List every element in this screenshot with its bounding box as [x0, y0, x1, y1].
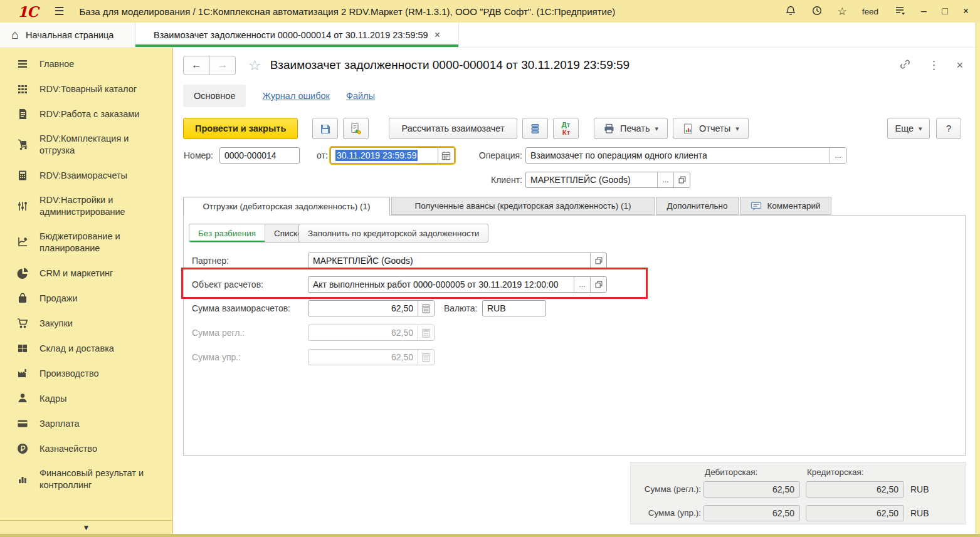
sidebar-item-picking-shipping[interactable]: RDV:Комплектация и отгрузка: [0, 127, 172, 163]
sidebar-item-hr[interactable]: Кадры: [0, 386, 172, 411]
sidebar-item-product-catalog[interactable]: RDV:Товарный каталог: [0, 76, 172, 102]
caret-down-icon: ▾: [655, 125, 659, 133]
toggle-no-split[interactable]: Без разбиения: [189, 224, 265, 242]
history-icon[interactable]: [811, 5, 823, 18]
sidebar-item-main[interactable]: Главное: [0, 51, 172, 76]
ellipsis-icon: ...: [662, 175, 668, 184]
tab-comment[interactable]: Комментарий: [740, 197, 831, 215]
close-window-button[interactable]: ×: [963, 6, 969, 16]
settlement-object-input[interactable]: Акт выполненных работ 0000-000005 от 30.…: [308, 276, 607, 293]
tab-document[interactable]: Взаимозачет задолженности 0000-000014 от…: [135, 23, 459, 47]
more-button[interactable]: Еще ▾: [887, 118, 930, 139]
sum-reg-credit-value: 62,50: [806, 481, 904, 498]
debit-credit-button[interactable]: ДтКт: [553, 118, 579, 139]
sum-mgmt-currency: RUB: [910, 505, 929, 521]
window-frame-right: [976, 23, 980, 537]
sidebar-item-sales[interactable]: Продажи: [0, 286, 172, 311]
sidebar-item-budgeting[interactable]: Бюджетирование и планирование: [0, 224, 172, 261]
ruble-coin-icon: [16, 442, 29, 455]
nav-link-files[interactable]: Файлы: [346, 91, 375, 101]
number-input[interactable]: 0000-000014: [219, 147, 300, 164]
calendar-icon: [441, 150, 451, 161]
tab-close-icon[interactable]: ×: [435, 29, 440, 41]
favorites-star-icon[interactable]: ☆: [838, 6, 847, 17]
close-form-icon[interactable]: ×: [956, 60, 963, 71]
client-choose-button[interactable]: ...: [657, 172, 673, 187]
reports-button[interactable]: Отчеты ▾: [673, 118, 749, 139]
amount-label: Сумма взаиморасчетов:: [192, 300, 290, 316]
tab-document-label: Взаимозачет задолженности 0000-000014 от…: [154, 30, 428, 40]
sidebar-item-financial-result[interactable]: Финансовый результат и контроллинг: [0, 461, 172, 498]
client-open-button[interactable]: [673, 172, 690, 187]
sections-panel: Главное RDV:Товарный каталог RDV:Работа …: [0, 48, 173, 534]
fill-by-credit-button[interactable]: Заполнить по кредиторской задолженности: [298, 224, 488, 242]
minimize-button[interactable]: –: [921, 6, 927, 16]
shopping-cart-icon: [16, 317, 29, 330]
handtruck-icon: [16, 138, 29, 151]
tab-shipments[interactable]: Отгрузки (дебиторская задолженность) (1): [183, 197, 390, 216]
comment-bubble-icon: [751, 201, 762, 212]
calculator-small-icon: [421, 328, 431, 338]
calendar-picker-button[interactable]: [438, 148, 454, 163]
functions-menu-icon[interactable]: [893, 5, 906, 18]
window-frame-bottom: [0, 534, 980, 537]
amount-calculator-button[interactable]: [418, 301, 434, 316]
scroll-down-icon: ▼: [83, 523, 90, 532]
sidebar-item-production[interactable]: Производство: [0, 361, 172, 386]
feed-label[interactable]: feed: [862, 7, 878, 16]
settlement-object-open-button[interactable]: [590, 277, 606, 292]
debit-credit-icon: ДтКт: [562, 121, 571, 136]
orders-document-icon: [16, 108, 29, 120]
sidebar-item-salary[interactable]: Зарплата: [0, 411, 172, 436]
post-document-button[interactable]: [343, 118, 369, 139]
partner-open-button[interactable]: [590, 253, 606, 268]
calculator-small-icon: [421, 352, 431, 363]
print-button[interactable]: Печать ▾: [594, 118, 668, 139]
sidebar-item-crm[interactable]: CRM и маркетинг: [0, 261, 172, 286]
tab-advances[interactable]: Полученные авансы (кредиторская задолжен…: [391, 197, 655, 215]
more-actions-kebab-icon[interactable]: ⋮: [928, 60, 939, 71]
notifications-bell-icon[interactable]: [785, 5, 796, 18]
currency-input[interactable]: RUB: [482, 300, 546, 316]
calculate-offset-button[interactable]: Рассчитать взаимозачет: [389, 118, 517, 139]
partner-input[interactable]: МАРКЕТПЛЕЙС (Goods): [308, 253, 607, 269]
sidebar-scroll-down[interactable]: ▼: [0, 520, 172, 534]
favorite-star-icon[interactable]: ☆: [248, 57, 261, 74]
maximize-button[interactable]: □: [942, 6, 948, 16]
sidebar-item-orders[interactable]: RDV:Работа с заказами: [0, 102, 172, 127]
forward-button[interactable]: →: [209, 56, 235, 75]
sidebar-item-treasury[interactable]: Казначейство: [0, 436, 172, 461]
home-icon: ⌂: [11, 28, 19, 42]
sidebar-item-warehouse[interactable]: Склад и доставка: [0, 336, 172, 361]
tab-additional[interactable]: Дополнительно: [656, 197, 739, 215]
document-form: ← → ☆ Взаимозачет задолженности 0000-000…: [173, 48, 976, 534]
sidebar-item-settings-admin[interactable]: RDV:Настройки и администрирование: [0, 188, 172, 224]
post-and-close-button[interactable]: Провести и закрыть: [183, 118, 298, 139]
back-button[interactable]: ←: [184, 56, 209, 75]
main-menu-icon[interactable]: ☰: [54, 4, 64, 18]
tab-home-page[interactable]: ⌂ Начальная страница: [0, 23, 135, 47]
nav-tab-main[interactable]: Основное: [183, 85, 246, 107]
operation-choose-button[interactable]: ...: [830, 148, 846, 163]
register-records-button[interactable]: [522, 118, 548, 139]
form-header-actions: ⋮ ×: [899, 58, 963, 72]
nav-link-error-log[interactable]: Журнал ошибок: [262, 91, 329, 101]
amount-input[interactable]: 62,50: [308, 300, 435, 316]
client-input[interactable]: МАРКЕТПЛЕЙС (Goods) ...: [525, 172, 690, 188]
form-title: Взаимозачет задолженности 0000-000014 от…: [270, 58, 630, 72]
get-link-icon[interactable]: [899, 58, 911, 72]
ellipsis-icon: ...: [579, 280, 585, 289]
amount-reg-input: 62,50: [308, 325, 435, 341]
help-button[interactable]: ?: [936, 118, 961, 139]
settlement-object-choose-button[interactable]: ...: [574, 277, 590, 292]
shipments-panel: Без разбиения Списком Заполнить по креди…: [183, 215, 966, 456]
sidebar-item-settlements[interactable]: RDV:Взаиморасчеты: [0, 163, 172, 188]
reports-icon: [682, 123, 694, 135]
settlement-object-label: Объект расчетов:: [192, 276, 263, 293]
calculator-small-icon: [421, 303, 431, 314]
operation-input[interactable]: Взаимозачет по операциям одного клиента …: [525, 147, 846, 164]
date-input[interactable]: 30.11.2019 23:59:59: [330, 147, 455, 164]
catalog-grid-icon: [16, 83, 29, 95]
sidebar-item-purchases[interactable]: Закупки: [0, 311, 172, 336]
save-button[interactable]: [312, 118, 338, 139]
